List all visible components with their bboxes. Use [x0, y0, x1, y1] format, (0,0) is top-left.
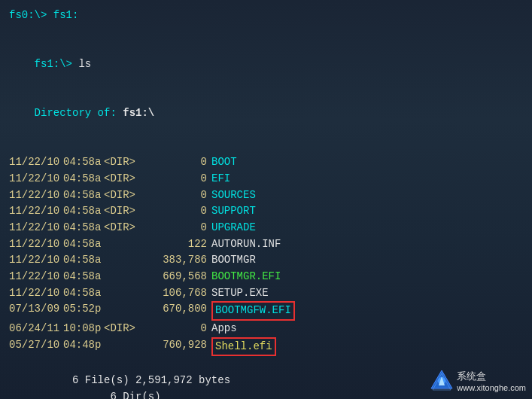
- entry-time: 04:58a: [63, 187, 104, 204]
- watermark-text-block: 系统盒 www.xitonghe.com: [457, 370, 526, 392]
- entry-date: 11/22/10: [9, 171, 63, 187]
- highlighted-shell-efi: Shell.efi: [211, 337, 276, 357]
- entry-name-apps: Apps: [211, 321, 237, 337]
- prompt-1: fs1:\>: [35, 58, 79, 70]
- list-item: 06/24/11 10:08p <DIR> 0 Apps: [9, 321, 523, 337]
- entry-dir: [104, 285, 143, 302]
- blank-line-1: [9, 24, 523, 41]
- entry-time: 04:58a: [63, 171, 104, 187]
- command-line-2: fs1:\> ls: [9, 40, 523, 89]
- list-item: 11/22/10 04:58a <DIR> 0 SUPPORT: [9, 203, 523, 220]
- entry-size: 0: [143, 220, 207, 236]
- dir-path: fs1:\: [123, 107, 154, 119]
- entry-dir: [104, 337, 143, 357]
- entry-size: 0: [143, 187, 207, 204]
- entry-size: 0: [143, 154, 207, 171]
- entry-date: 11/22/10: [9, 187, 63, 204]
- list-item: 11/22/10 04:58a 106,768 SETUP.EXE: [9, 285, 523, 302]
- watermark-site: 系统盒: [457, 370, 526, 383]
- entry-date: 11/22/10: [9, 236, 63, 253]
- list-item: 11/22/10 04:58a 669,568 BOOTMGR.EFI: [9, 269, 523, 285]
- entry-date: 11/22/10: [9, 252, 63, 269]
- list-item: 11/22/10 04:58a <DIR> 0 BOOT: [9, 154, 523, 171]
- list-item: 11/22/10 04:58a <DIR> 0 UPGRADE: [9, 220, 523, 236]
- entry-dir: <DIR>: [104, 187, 143, 204]
- list-item: 11/22/10 04:58a <DIR> 0 EFI: [9, 171, 523, 187]
- entry-dir: <DIR>: [104, 321, 143, 337]
- entry-time: 04:58a: [63, 285, 104, 302]
- entry-size: 0: [143, 203, 207, 220]
- entry-time: 04:58a: [63, 154, 104, 171]
- blank-line-2: [9, 139, 523, 155]
- entry-date: 11/22/10: [9, 220, 63, 236]
- entry-time: 04:58a: [63, 252, 104, 269]
- watermark: 系统盒 www.xitonghe.com: [430, 369, 526, 393]
- entry-time: 05:52p: [63, 301, 104, 321]
- entry-time: 04:58a: [63, 236, 104, 253]
- list-item: 11/22/10 04:58a 383,786 BOOTMGR: [9, 252, 523, 269]
- highlighted-bootmgfw: BOOTMGFW.EFI: [211, 301, 295, 321]
- entry-dir: [104, 269, 143, 285]
- entry-name: SOURCES: [211, 187, 256, 204]
- entry-dir: [104, 252, 143, 269]
- entry-size: 669,568: [143, 269, 207, 285]
- entry-name-shell: Shell.efi: [211, 337, 276, 357]
- entry-time: 04:58a: [63, 220, 104, 236]
- entry-dir: [104, 301, 143, 321]
- list-item: 07/13/09 05:52p 670,800 BOOTMGFW.EFI: [9, 301, 523, 321]
- entry-time: 04:58a: [63, 269, 104, 285]
- entry-date: 11/22/10: [9, 154, 63, 171]
- entry-dir: <DIR>: [104, 220, 143, 236]
- entry-name: SUPPORT: [211, 203, 256, 220]
- entry-name: EFI: [211, 171, 230, 187]
- entry-dir: <DIR>: [104, 203, 143, 220]
- terminal-window: fs0:\> fs1: fs1:\> ls Directory of: fs1:…: [0, 0, 532, 399]
- entry-dir: <DIR>: [104, 154, 143, 171]
- entry-name-bootmgfw: BOOTMGFW.EFI: [211, 301, 295, 321]
- entry-date: 05/27/10: [9, 337, 63, 357]
- entry-name: SETUP.EXE: [211, 285, 269, 302]
- entry-date: 11/22/10: [9, 269, 63, 285]
- ls-command: ls: [78, 58, 91, 70]
- entry-date: 11/22/10: [9, 285, 63, 302]
- entry-name: BOOTMGR.EFI: [211, 269, 281, 285]
- entry-date: 11/22/10: [9, 203, 63, 220]
- list-item: 11/22/10 04:58a <DIR> 0 SOURCES: [9, 187, 523, 204]
- entry-time: 04:58a: [63, 203, 104, 220]
- entry-name: BOOTMGR: [211, 252, 256, 269]
- dir-label: Directory of:: [35, 107, 123, 119]
- list-item: 05/27/10 04:48p 760,928 Shell.efi: [9, 337, 523, 357]
- entry-time: 04:48p: [63, 337, 104, 357]
- entry-date: 06/24/11: [9, 321, 63, 337]
- entry-name: AUTORUN.INF: [211, 236, 281, 253]
- entry-name: UPGRADE: [211, 220, 256, 236]
- watermark-url: www.xitonghe.com: [457, 383, 526, 392]
- command-line-1: fs0:\> fs1:: [9, 8, 523, 24]
- entry-time: 10:08p: [63, 321, 104, 337]
- entry-size: 383,786: [143, 252, 207, 269]
- entry-size: 106,768: [143, 285, 207, 302]
- directory-of: Directory of: fs1:\: [9, 89, 523, 138]
- list-item: 11/22/10 04:58a 122 AUTORUN.INF: [9, 236, 523, 253]
- entry-date: 07/13/09: [9, 301, 63, 321]
- watermark-logo-icon: [430, 369, 454, 393]
- entry-name: BOOT: [211, 154, 237, 171]
- entry-size: 122: [143, 236, 207, 253]
- entry-dir: <DIR>: [104, 171, 143, 187]
- entry-size: 670,800: [143, 301, 207, 321]
- entry-dir: [104, 236, 143, 253]
- entry-size: 0: [143, 171, 207, 187]
- entry-size: 760,928: [143, 337, 207, 357]
- entry-size: 0: [143, 321, 207, 337]
